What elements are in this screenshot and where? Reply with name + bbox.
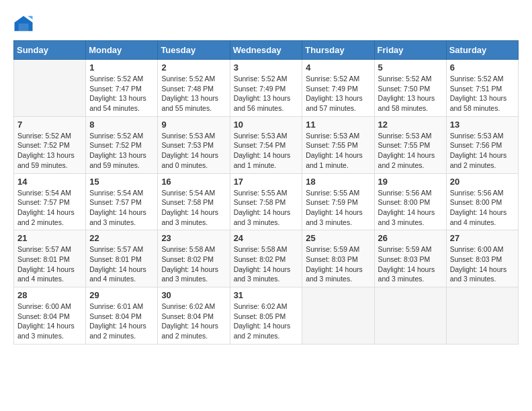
- calendar-header-row: SundayMondayTuesdayWednesdayThursdayFrid…: [14, 41, 519, 60]
- calendar-week-row: 21Sunrise: 5:57 AMSunset: 8:01 PMDayligh…: [14, 230, 519, 287]
- calendar-cell: 4Sunrise: 5:52 AMSunset: 7:49 PMDaylight…: [302, 60, 374, 117]
- calendar-cell: 10Sunrise: 5:53 AMSunset: 7:54 PMDayligh…: [230, 116, 302, 173]
- calendar-cell: 16Sunrise: 5:54 AMSunset: 7:58 PMDayligh…: [158, 173, 230, 230]
- day-number: 7: [17, 120, 82, 130]
- day-info: Sunrise: 5:57 AMSunset: 8:01 PMDaylight:…: [17, 244, 82, 284]
- day-info: Sunrise: 5:56 AMSunset: 8:00 PMDaylight:…: [378, 188, 443, 228]
- calendar-cell: 29Sunrise: 6:01 AMSunset: 8:04 PMDayligh…: [86, 287, 158, 345]
- day-info: Sunrise: 5:54 AMSunset: 7:57 PMDaylight:…: [17, 188, 82, 228]
- calendar-cell: [14, 60, 86, 117]
- svg-marker-1: [28, 16, 33, 19]
- day-info: Sunrise: 5:54 AMSunset: 7:58 PMDaylight:…: [161, 188, 226, 228]
- calendar-cell: 9Sunrise: 5:53 AMSunset: 7:53 PMDaylight…: [158, 116, 230, 173]
- day-number: 22: [89, 233, 154, 243]
- day-info: Sunrise: 5:55 AMSunset: 7:59 PMDaylight:…: [306, 188, 370, 228]
- calendar-header-sunday: Sunday: [14, 41, 86, 60]
- day-info: Sunrise: 5:52 AMSunset: 7:50 PMDaylight:…: [378, 74, 443, 113]
- calendar-cell: 26Sunrise: 5:59 AMSunset: 8:03 PMDayligh…: [374, 230, 446, 287]
- day-info: Sunrise: 6:01 AMSunset: 8:04 PMDaylight:…: [89, 302, 154, 341]
- day-number: 6: [450, 62, 515, 73]
- day-info: Sunrise: 6:00 AMSunset: 8:03 PMDaylight:…: [450, 244, 515, 284]
- day-info: Sunrise: 5:53 AMSunset: 7:54 PMDaylight:…: [234, 131, 299, 171]
- calendar-cell: 14Sunrise: 5:54 AMSunset: 7:57 PMDayligh…: [14, 173, 86, 230]
- calendar-header-monday: Monday: [86, 41, 158, 60]
- day-info: Sunrise: 5:57 AMSunset: 8:01 PMDaylight:…: [89, 244, 154, 284]
- day-info: Sunrise: 5:54 AMSunset: 7:57 PMDaylight:…: [89, 188, 154, 228]
- page-header: [13, 13, 519, 34]
- day-number: 9: [161, 120, 226, 130]
- calendar-cell: [446, 287, 518, 345]
- day-number: 11: [306, 120, 370, 130]
- day-number: 1: [89, 62, 154, 73]
- logo-icon: [13, 13, 34, 34]
- calendar-cell: 2Sunrise: 5:52 AMSunset: 7:48 PMDaylight…: [158, 60, 230, 117]
- calendar-cell: 12Sunrise: 5:53 AMSunset: 7:55 PMDayligh…: [374, 116, 446, 173]
- calendar-cell: 24Sunrise: 5:58 AMSunset: 8:02 PMDayligh…: [230, 230, 302, 287]
- day-number: 29: [89, 290, 154, 300]
- day-number: 16: [161, 177, 226, 187]
- day-info: Sunrise: 5:52 AMSunset: 7:52 PMDaylight:…: [17, 131, 82, 171]
- calendar-cell: 1Sunrise: 5:52 AMSunset: 7:47 PMDaylight…: [86, 60, 158, 117]
- calendar-cell: 11Sunrise: 5:53 AMSunset: 7:55 PMDayligh…: [302, 116, 374, 173]
- calendar-cell: [374, 287, 446, 345]
- day-info: Sunrise: 5:52 AMSunset: 7:51 PMDaylight:…: [450, 74, 515, 113]
- calendar-cell: 22Sunrise: 5:57 AMSunset: 8:01 PMDayligh…: [86, 230, 158, 287]
- calendar-cell: [302, 287, 374, 345]
- calendar-cell: 21Sunrise: 5:57 AMSunset: 8:01 PMDayligh…: [14, 230, 86, 287]
- day-info: Sunrise: 5:52 AMSunset: 7:49 PMDaylight:…: [234, 74, 299, 113]
- day-number: 31: [234, 290, 299, 300]
- svg-rect-2: [19, 24, 29, 31]
- day-number: 13: [450, 120, 515, 130]
- calendar-cell: 25Sunrise: 5:59 AMSunset: 8:03 PMDayligh…: [302, 230, 374, 287]
- day-number: 25: [306, 233, 370, 243]
- calendar-cell: 27Sunrise: 6:00 AMSunset: 8:03 PMDayligh…: [446, 230, 518, 287]
- day-number: 23: [161, 233, 226, 243]
- day-number: 24: [234, 233, 299, 243]
- calendar-cell: 20Sunrise: 5:56 AMSunset: 8:00 PMDayligh…: [446, 173, 518, 230]
- day-number: 14: [17, 177, 82, 187]
- day-number: 19: [378, 177, 443, 187]
- calendar-week-row: 14Sunrise: 5:54 AMSunset: 7:57 PMDayligh…: [14, 173, 519, 230]
- calendar-cell: 23Sunrise: 5:58 AMSunset: 8:02 PMDayligh…: [158, 230, 230, 287]
- calendar-cell: 6Sunrise: 5:52 AMSunset: 7:51 PMDaylight…: [446, 60, 518, 117]
- calendar-week-row: 7Sunrise: 5:52 AMSunset: 7:52 PMDaylight…: [14, 116, 519, 173]
- day-info: Sunrise: 5:52 AMSunset: 7:52 PMDaylight:…: [89, 131, 154, 171]
- calendar-table: SundayMondayTuesdayWednesdayThursdayFrid…: [13, 40, 519, 345]
- day-info: Sunrise: 5:52 AMSunset: 7:49 PMDaylight:…: [306, 74, 370, 113]
- day-number: 8: [89, 120, 154, 130]
- calendar-cell: 5Sunrise: 5:52 AMSunset: 7:50 PMDaylight…: [374, 60, 446, 117]
- day-info: Sunrise: 5:55 AMSunset: 7:58 PMDaylight:…: [234, 188, 299, 228]
- calendar-cell: 8Sunrise: 5:52 AMSunset: 7:52 PMDaylight…: [86, 116, 158, 173]
- day-number: 15: [89, 177, 154, 187]
- day-number: 28: [17, 290, 82, 300]
- calendar-header-tuesday: Tuesday: [158, 41, 230, 60]
- calendar-cell: 31Sunrise: 6:02 AMSunset: 8:05 PMDayligh…: [230, 287, 302, 345]
- day-number: 18: [306, 177, 370, 187]
- calendar-cell: 28Sunrise: 6:00 AMSunset: 8:04 PMDayligh…: [14, 287, 86, 345]
- day-info: Sunrise: 5:58 AMSunset: 8:02 PMDaylight:…: [161, 244, 226, 284]
- day-info: Sunrise: 6:02 AMSunset: 8:05 PMDaylight:…: [234, 302, 299, 341]
- day-info: Sunrise: 5:52 AMSunset: 7:48 PMDaylight:…: [161, 74, 226, 113]
- day-info: Sunrise: 5:53 AMSunset: 7:53 PMDaylight:…: [161, 131, 226, 171]
- day-number: 12: [378, 120, 443, 130]
- day-number: 2: [161, 62, 226, 73]
- calendar-cell: 15Sunrise: 5:54 AMSunset: 7:57 PMDayligh…: [86, 173, 158, 230]
- day-info: Sunrise: 6:02 AMSunset: 8:04 PMDaylight:…: [161, 302, 226, 341]
- day-number: 21: [17, 233, 82, 243]
- day-info: Sunrise: 5:59 AMSunset: 8:03 PMDaylight:…: [306, 244, 370, 284]
- calendar-cell: 18Sunrise: 5:55 AMSunset: 7:59 PMDayligh…: [302, 173, 374, 230]
- day-number: 27: [450, 233, 515, 243]
- day-info: Sunrise: 5:53 AMSunset: 7:56 PMDaylight:…: [450, 131, 515, 171]
- day-info: Sunrise: 5:53 AMSunset: 7:55 PMDaylight:…: [378, 131, 443, 171]
- calendar-cell: 3Sunrise: 5:52 AMSunset: 7:49 PMDaylight…: [230, 60, 302, 117]
- day-info: Sunrise: 5:53 AMSunset: 7:55 PMDaylight:…: [306, 131, 370, 171]
- calendar-cell: 17Sunrise: 5:55 AMSunset: 7:58 PMDayligh…: [230, 173, 302, 230]
- calendar-header-wednesday: Wednesday: [230, 41, 302, 60]
- calendar-cell: 30Sunrise: 6:02 AMSunset: 8:04 PMDayligh…: [158, 287, 230, 345]
- calendar-cell: 19Sunrise: 5:56 AMSunset: 8:00 PMDayligh…: [374, 173, 446, 230]
- day-info: Sunrise: 6:00 AMSunset: 8:04 PMDaylight:…: [17, 302, 82, 341]
- day-number: 17: [234, 177, 299, 187]
- day-number: 4: [306, 62, 370, 73]
- calendar-header-friday: Friday: [374, 41, 446, 60]
- day-info: Sunrise: 5:52 AMSunset: 7:47 PMDaylight:…: [89, 74, 154, 113]
